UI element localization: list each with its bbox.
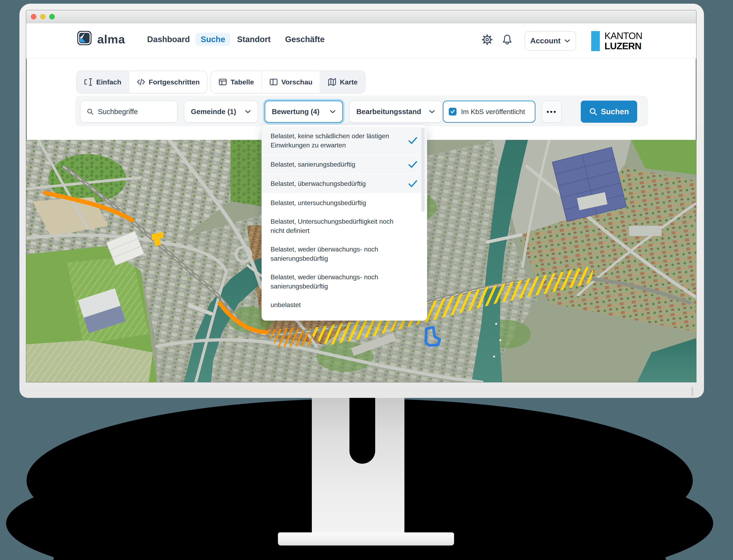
- kbs-label: Im KbS veröffentlicht: [461, 108, 525, 116]
- more-filters-button[interactable]: •••: [542, 101, 561, 123]
- bewertung-option[interactable]: Belastet, sanierungsbedürftig: [262, 155, 427, 174]
- bewertung-options-panel: Belastet, keine schädlichen oder lästige…: [262, 125, 427, 321]
- account-menu-button[interactable]: Account: [524, 31, 576, 51]
- bewertung-option[interactable]: Belastet, keine schädlichen oder lästige…: [262, 127, 427, 155]
- chevron-down-icon: [330, 110, 336, 114]
- nav-item-standort[interactable]: Standort: [237, 33, 271, 46]
- kanton-luzern-logo-bar: [591, 31, 600, 51]
- check-icon: [408, 180, 417, 187]
- search-mode-toggle: Einfach Fortgeschritten: [76, 71, 208, 93]
- bewertung-option[interactable]: Belastet, weder überwachungs- noch sanie…: [262, 268, 427, 296]
- settings-gear-icon[interactable]: [481, 34, 493, 45]
- window-minimize-button[interactable]: [40, 14, 46, 19]
- app-header: alma Dashboard Suche Standort Geschäfte: [26, 23, 696, 59]
- monitor-stand-cable-hole: [350, 398, 375, 464]
- bewertung-option[interactable]: Belastet, weder überwachungs- noch sanie…: [262, 240, 427, 268]
- dropdown-scrollbar[interactable]: [421, 128, 424, 212]
- search-field[interactable]: [80, 101, 177, 123]
- check-icon: [450, 109, 455, 114]
- search-icon: [589, 107, 597, 116]
- kanton-luzern-logo-text: KANTON LUZERN: [604, 31, 642, 51]
- bewertung-option[interactable]: unbelastet: [262, 296, 427, 314]
- split-view-icon: [269, 77, 278, 86]
- search-icon: [87, 108, 94, 116]
- chevron-down-icon: [564, 39, 570, 43]
- text-cursor-icon: [84, 77, 93, 86]
- alma-logo-icon: [77, 31, 92, 45]
- chevron-down-icon: [429, 110, 435, 114]
- nav-item-suche[interactable]: Suche: [196, 33, 230, 46]
- screen: alma Dashboard Suche Standort Geschäfte: [26, 10, 696, 382]
- account-label: Account: [530, 37, 560, 45]
- segment-einfach[interactable]: Einfach: [77, 71, 129, 93]
- app-title: alma: [97, 32, 125, 46]
- check-icon: [408, 137, 417, 144]
- bewertung-option[interactable]: Belastet, Untersuchungsbedürftigkeit noc…: [262, 212, 427, 240]
- bewertung-option[interactable]: Belastet, überwachungsbedürftig: [262, 174, 427, 194]
- check-icon: [408, 161, 417, 168]
- search-submit-button[interactable]: Suchen: [581, 101, 637, 123]
- view-mode-toggle: Tabelle Vorschau Karte: [211, 71, 366, 93]
- bewertung-dropdown[interactable]: Bewertung (4): [265, 101, 343, 123]
- chevron-down-icon: [245, 110, 251, 114]
- window-close-button[interactable]: [31, 14, 36, 19]
- window-titlebar: [26, 10, 696, 23]
- search-input[interactable]: [98, 108, 171, 116]
- segment-vorschau[interactable]: Vorschau: [261, 71, 320, 93]
- kbs-published-filter[interactable]: Im KbS veröffentlicht: [443, 101, 535, 123]
- map-icon: [328, 77, 337, 86]
- bewertung-option[interactable]: Belastet, untersuchungsbedürftig: [262, 194, 427, 212]
- bearbeitungsstand-dropdown[interactable]: Bearbeitungsstand: [350, 101, 442, 123]
- gemeinde-dropdown[interactable]: Gemeinde (1): [184, 101, 258, 123]
- segment-karte[interactable]: Karte: [320, 71, 365, 93]
- table-icon: [218, 77, 227, 86]
- code-icon: [137, 77, 146, 86]
- nav-item-geschaefte[interactable]: Geschäfte: [285, 33, 325, 46]
- notifications-bell-icon[interactable]: [501, 34, 513, 45]
- window-zoom-button[interactable]: [49, 14, 55, 19]
- monitor-power-slot: [691, 387, 693, 396]
- nav-item-dashboard[interactable]: Dashboard: [147, 33, 190, 46]
- segment-fortgeschritten[interactable]: Fortgeschritten: [129, 71, 207, 93]
- monitor-stand-base: [278, 532, 454, 545]
- checkbox-checked[interactable]: [449, 108, 456, 116]
- segment-tabelle[interactable]: Tabelle: [211, 71, 261, 93]
